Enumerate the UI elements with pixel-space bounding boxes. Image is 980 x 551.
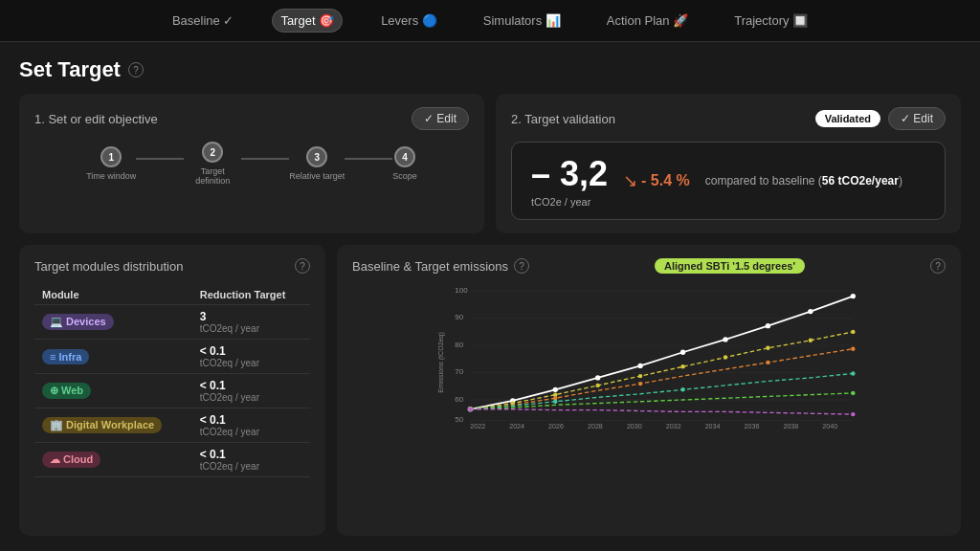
svg-point-42 [851,330,855,334]
table-row: 💻 Devices 3 tCO2eq / year [34,305,310,340]
step-4-label: Scope [392,171,417,181]
web-unit: tCO2eq / year [200,392,302,403]
table-row: ≡ Infra < 0.1 tCO2eq / year [34,340,310,374]
step-4-circle: 4 [394,146,415,167]
validated-badge: Validated [815,110,880,127]
svg-point-28 [680,350,685,355]
target-validation-edit-btn[interactable]: ✓ Edit [888,107,946,130]
svg-text:2028: 2028 [588,423,603,430]
svg-point-41 [809,339,813,342]
svg-text:2038: 2038 [783,423,798,430]
nav-levers-label: Levers 🔵 [381,13,437,28]
chart-info-icon[interactable]: ? [514,258,529,274]
step-1-circle: 1 [100,146,122,167]
set-objective-panel: 1. Set or edit objective ✓ Edit 1 Time w… [19,94,484,233]
svg-point-46 [766,361,769,364]
nav-trajectory-label: Trajectory 🔲 [734,13,808,28]
table-row: ☁ Cloud < 0.1 tCO2eq / year [34,443,310,477]
digital-unit: tCO2eq / year [200,427,302,437]
svg-point-53 [851,391,855,395]
svg-point-30 [766,323,770,328]
sbti-badge: Aligned SBTi '1.5 degrees' [655,258,805,274]
svg-point-54 [468,408,472,411]
infra-unit: tCO2eq / year [200,358,302,368]
badge-cloud: ☁ Cloud [42,452,100,468]
step-2-circle: 2 [202,142,223,163]
set-objective-edit-btn[interactable]: ✓ Edit [412,107,469,130]
nav-levers[interactable]: Levers 🔵 [373,10,445,32]
validation-content: – 3,2 tCO2e / year ↘ - 5.4 % compared to… [511,142,946,220]
nav-simulators[interactable]: Simulators 📊 [476,10,568,32]
table-row: 🏢 Digital Workplace < 0.1 tCO2eq / year [34,408,310,443]
badge-devices: 💻 Devices [42,314,114,330]
module-distribution-panel: Target modules distribution ? Module Red… [19,245,325,536]
nav-trajectory[interactable]: Trajectory 🔲 [726,10,815,32]
target-validation-title: 2. Target validation [511,112,615,126]
badge-digital: 🏢 Digital Workplace [42,417,162,433]
set-objective-title: 1. Set or edit objective [34,112,158,126]
svg-point-40 [766,346,769,350]
badge-web: ⊕ Web [42,383,91,399]
svg-point-39 [724,355,727,359]
svg-text:2022: 2022 [470,423,485,430]
nav-target[interactable]: Target 🎯 [272,9,343,33]
badge-infra: ≡ Infra [42,349,89,364]
chart-right-info-icon[interactable]: ? [930,258,946,274]
page-info-icon[interactable]: ? [128,62,144,77]
devices-unit: tCO2eq / year [200,323,302,334]
step-line-2 [241,158,289,160]
nav-simulators-label: Simulators 📊 [483,13,561,28]
step-3-label: Relative target [289,171,345,181]
svg-point-55 [851,412,855,416]
nav-action-plan[interactable]: Action Plan 🚀 [599,10,696,32]
svg-text:70: 70 [455,367,463,376]
svg-point-51 [851,371,855,375]
svg-point-50 [680,387,684,391]
target-validation-panel: 2. Target validation Validated ✓ Edit – … [496,94,961,233]
chart-svg: 100 90 80 70 60 50 Emissions (tCO2eq) [352,277,946,430]
step-2-label: Target definition [184,166,241,186]
step-line-3 [345,158,392,160]
set-objective-header: 1. Set or edit objective ✓ Edit [34,107,469,130]
svg-point-38 [680,364,684,368]
page-title: Set Target [19,57,121,82]
svg-point-32 [851,294,856,298]
cloud-value: < 0.1 [200,448,302,461]
module-table: Module Reduction Target 💻 Devices 3 tCO2… [34,285,310,477]
svg-text:80: 80 [455,341,463,349]
svg-text:100: 100 [455,286,468,295]
svg-text:2024: 2024 [509,423,524,430]
target-value-block: – 3,2 tCO2e / year [531,154,608,208]
table-row: ⊕ Web < 0.1 tCO2eq / year [34,374,310,408]
svg-point-37 [638,374,642,378]
devices-value: 3 [200,310,302,323]
nav-baseline[interactable]: Baseline ✓ [165,10,241,32]
top-panels: 1. Set or edit objective ✓ Edit 1 Time w… [19,94,961,233]
svg-text:60: 60 [455,395,463,404]
step-4: 4 Scope [392,146,417,181]
svg-point-27 [637,364,642,368]
svg-text:50: 50 [455,415,463,424]
web-value: < 0.1 [200,379,302,392]
percent-value: - 5.4 % [641,172,690,189]
svg-text:2034: 2034 [705,423,721,430]
arrow-down-icon: ↘ [623,170,637,191]
col-reduction: Reduction Target [192,285,310,305]
col-module: Module [34,285,192,305]
step-1-label: Time window [86,171,136,181]
chart-panel: Baseline & Target emissions ? Aligned SB… [337,245,961,536]
nav-target-label: Target 🎯 [280,13,334,28]
top-navigation: Baseline ✓ Target 🎯 Levers 🔵 Simulators … [0,0,980,42]
cloud-unit: tCO2eq / year [200,461,302,472]
step-3-circle: 3 [306,146,327,167]
svg-text:2036: 2036 [745,423,760,430]
step-1: 1 Time window [86,146,136,181]
svg-point-47 [851,346,855,350]
svg-text:90: 90 [455,313,463,321]
svg-text:Emissions (tCO2eq): Emissions (tCO2eq) [437,332,445,393]
module-info-icon[interactable]: ? [295,258,310,274]
svg-text:2040: 2040 [822,423,837,430]
module-panel-title: Target modules distribution [34,259,183,274]
svg-point-45 [638,382,642,386]
bottom-panels: Target modules distribution ? Module Red… [19,245,961,536]
